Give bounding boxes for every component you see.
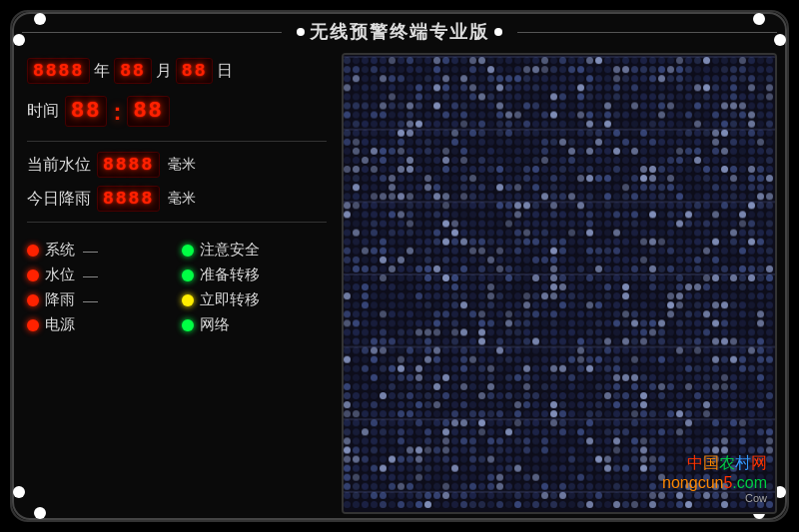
rainfall-label: 今日降雨	[27, 189, 91, 210]
status-item-prepare: 准备转移	[182, 266, 327, 284]
status-item-water: 水位 —	[27, 266, 172, 284]
time-colon: :	[113, 98, 121, 126]
title-dot-left	[297, 28, 305, 36]
power-dot	[27, 319, 39, 331]
status-item-system: 系统 —	[27, 241, 172, 260]
attention-dot	[182, 245, 194, 257]
year-label: 年	[94, 61, 110, 82]
time-row: 时间 88 : 88	[27, 96, 327, 127]
rainfall-unit: 毫米	[168, 190, 196, 208]
title-text: 无线预警终端专业版	[310, 20, 489, 44]
immediate-label: 立即转移	[200, 290, 260, 309]
status-item-rain: 降雨 —	[27, 290, 172, 309]
year-display: 8888	[27, 58, 90, 84]
prepare-label: 准备转移	[200, 266, 260, 284]
status-item-power: 电源	[27, 315, 172, 334]
date-row: 8888 年 88 月 88 日	[27, 58, 327, 84]
divider-2	[27, 222, 327, 223]
led-canvas	[344, 55, 775, 512]
minute-display: 88	[127, 96, 169, 127]
status-section: 系统 — 注意安全 水位 — 准备转移	[27, 241, 327, 334]
rain-label: 降雨	[45, 290, 75, 309]
rainfall-display: 8888	[97, 186, 160, 212]
power-label: 电源	[45, 315, 75, 334]
watermark: 中国农村网 nongcun5.com Cow	[662, 453, 767, 504]
water-dot	[27, 269, 39, 281]
title-bar: 无线预警终端专业版	[12, 12, 787, 48]
title-dot-right	[494, 28, 502, 36]
hour-display: 88	[65, 96, 107, 127]
status-item-immediate: 立即转移	[182, 290, 327, 309]
watermark-line2: nongcun5.com	[662, 474, 767, 492]
water-level-display: 8888	[97, 152, 160, 178]
watermark-line1: 中国农村网	[687, 453, 767, 474]
water-level-unit: 毫米	[168, 156, 196, 174]
attention-label: 注意安全	[200, 241, 260, 260]
status-item-attention: 注意安全	[182, 241, 327, 260]
rainfall-row: 今日降雨 8888 毫米	[27, 186, 327, 212]
status-item-network: 网络	[182, 315, 327, 334]
system-dot	[27, 245, 39, 257]
content-area: 8888 年 88 月 88 日 时间 88 : 88 当前水位 8888 毫米	[12, 48, 787, 524]
month-label: 月	[156, 61, 172, 82]
day-display: 88	[176, 58, 214, 84]
system-label: 系统	[45, 241, 75, 260]
title-line-left	[22, 32, 282, 33]
water-level-label: 当前水位	[27, 155, 91, 176]
network-label: 网络	[200, 315, 230, 334]
month-display: 88	[114, 58, 152, 84]
title-line-right	[517, 32, 777, 33]
day-label: 日	[217, 61, 233, 82]
network-dot	[182, 319, 194, 331]
prepare-dot	[182, 269, 194, 281]
immediate-dot	[182, 294, 194, 306]
divider-1	[27, 141, 327, 142]
water-status-label: 水位	[45, 266, 75, 284]
water-level-row: 当前水位 8888 毫米	[27, 152, 327, 178]
led-matrix-panel: 中国农村网 nongcun5.com Cow	[342, 53, 777, 514]
rain-dot	[27, 294, 39, 306]
time-label: 时间	[27, 101, 59, 122]
main-panel: 无线预警终端专业版 8888 年 88 月 88 日 时间 88 : 88	[10, 10, 789, 522]
left-panel: 8888 年 88 月 88 日 时间 88 : 88 当前水位 8888 毫米	[22, 53, 332, 514]
cow-label: Cow	[745, 492, 767, 504]
